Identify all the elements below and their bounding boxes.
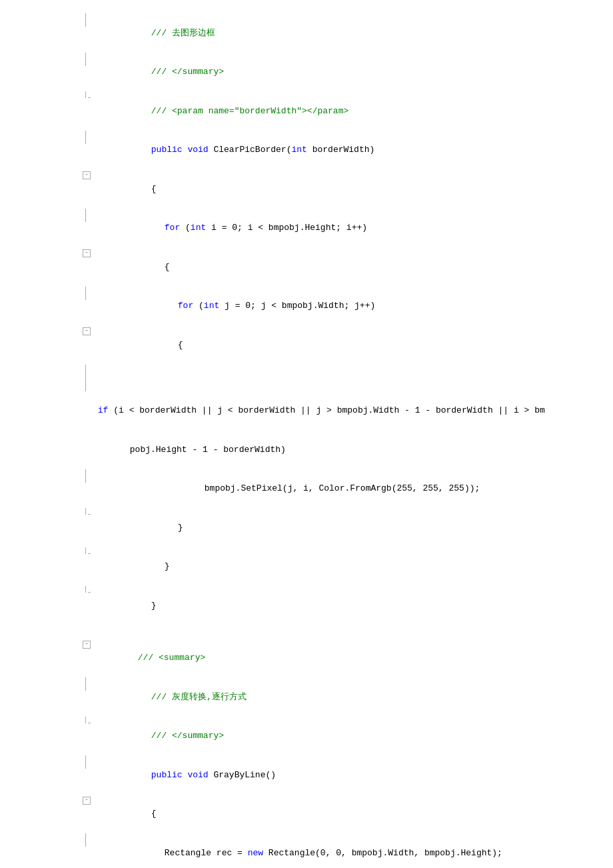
gutter bbox=[0, 378, 93, 391]
line-content: for (int i = 0; i < bmpobj.Height; i++) bbox=[93, 209, 613, 248]
code-line: - { bbox=[0, 325, 613, 365]
line-content: { bbox=[93, 169, 613, 209]
gutter bbox=[0, 469, 93, 483]
line-content: } bbox=[93, 547, 613, 587]
code-line: } bbox=[0, 547, 613, 587]
code-line: - { bbox=[0, 795, 613, 834]
line-content: public void ClearPicBorder(int borderWid… bbox=[93, 131, 613, 170]
gutter bbox=[0, 53, 93, 66]
code-line: /// <param name="borderWidth"></param> bbox=[0, 91, 613, 131]
gutter bbox=[0, 508, 93, 515]
gutter bbox=[0, 755, 93, 769]
code-line: /// </summary> bbox=[0, 717, 613, 756]
line-content: /// 灰度转换,逐行方式 bbox=[93, 677, 613, 717]
gutter bbox=[0, 209, 93, 222]
code-line bbox=[0, 625, 613, 639]
fold-icon[interactable]: - bbox=[83, 171, 91, 179]
gutter: - bbox=[0, 247, 93, 257]
gutter bbox=[0, 677, 93, 691]
gutter bbox=[0, 547, 93, 554]
code-line: - { bbox=[0, 247, 613, 287]
fold-icon[interactable]: - bbox=[83, 249, 91, 257]
line-content: for (int j = 0; j < bmpobj.Width; j++) bbox=[93, 287, 613, 326]
line-content: /// </summary> bbox=[93, 53, 613, 92]
gutter bbox=[0, 717, 93, 723]
line-content: { bbox=[93, 795, 613, 834]
code-line: /// 去图形边框 bbox=[0, 13, 613, 53]
line-content: bmpobj.SetPixel(j, i, Color.FromArgb(255… bbox=[93, 469, 613, 509]
fold-icon[interactable]: - bbox=[83, 641, 91, 649]
line-content: /// <summary> bbox=[93, 639, 613, 678]
code-line: for (int j = 0; j < bmpobj.Width; j++) bbox=[0, 287, 613, 326]
line-content: /// 去图形边框 bbox=[93, 13, 613, 53]
gutter: - bbox=[0, 639, 93, 649]
line-content: if (i < borderWidth || j < borderWidth |… bbox=[0, 391, 613, 431]
code-container: /// 去图形边框 /// </summary> /// <param name… bbox=[0, 0, 613, 868]
gutter bbox=[0, 91, 93, 98]
code-line: Rectangle rec = new Rectangle(0, 0, bmpo… bbox=[0, 833, 613, 868]
gutter bbox=[0, 365, 93, 378]
line-content: public void GrayByLine() bbox=[93, 755, 613, 795]
line-content: { bbox=[93, 247, 613, 287]
code-line: /// 灰度转换,逐行方式 bbox=[0, 677, 613, 717]
code-line: for (int i = 0; i < bmpobj.Height; i++) bbox=[0, 209, 613, 248]
line-content: Rectangle rec = new Rectangle(0, 0, bmpo… bbox=[93, 833, 613, 868]
line-content: /// <param name="borderWidth"></param> bbox=[93, 91, 613, 131]
gutter: - bbox=[0, 169, 93, 179]
fold-icon[interactable]: - bbox=[83, 327, 91, 335]
code-line: /// </summary> bbox=[0, 53, 613, 92]
line-content: /// </summary> bbox=[93, 717, 613, 756]
fold-icon[interactable]: - bbox=[83, 797, 91, 805]
line-content: pobj.Height - 1 - borderWidth) bbox=[93, 430, 613, 469]
code-line: pobj.Height - 1 - borderWidth) bbox=[0, 430, 613, 469]
gutter: - bbox=[0, 795, 93, 805]
code-line: public void ClearPicBorder(int borderWid… bbox=[0, 131, 613, 170]
gutter bbox=[0, 586, 93, 593]
line-content bbox=[93, 625, 613, 639]
code-line bbox=[0, 365, 613, 378]
code-line: if (i < borderWidth || j < borderWidth |… bbox=[0, 378, 613, 431]
code-line: } bbox=[0, 508, 613, 547]
gutter bbox=[0, 430, 93, 443]
line-content bbox=[93, 365, 613, 378]
code-line: } bbox=[0, 586, 613, 625]
line-content: } bbox=[93, 508, 613, 547]
gutter: - bbox=[0, 325, 93, 335]
line-content: } bbox=[93, 586, 613, 625]
code-line: bmpobj.SetPixel(j, i, Color.FromArgb(255… bbox=[0, 469, 613, 509]
gutter bbox=[0, 833, 93, 847]
line-content: { bbox=[93, 325, 613, 365]
code-line: public void GrayByLine() bbox=[0, 755, 613, 795]
gutter bbox=[0, 287, 93, 300]
code-line: - /// <summary> bbox=[0, 639, 613, 678]
code-line: - { bbox=[0, 169, 613, 209]
gutter bbox=[0, 13, 93, 27]
gutter bbox=[0, 131, 93, 144]
